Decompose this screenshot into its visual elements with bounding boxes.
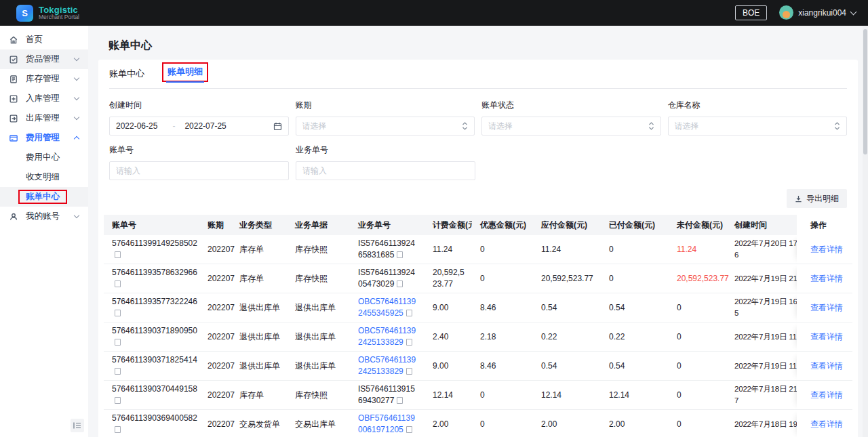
bill-status-select[interactable]: 请选择 (481, 117, 661, 136)
bill-no-value: 5764611399149258502 (112, 238, 197, 248)
bill-no-placeholder: 请输入 (116, 165, 282, 177)
col-biz-doc: 业务单据 (287, 215, 350, 235)
cell-biz-no: OBC5764611392425133829 (350, 352, 425, 381)
cell-biz-doc: 退供出库单 (287, 352, 350, 381)
bills-table: 账单号 账期 业务类型 业务单据 业务单号 计费金额(元) 优惠金额(元) 应付… (104, 215, 852, 437)
sidebar-item-2[interactable]: 库存管理 (0, 69, 88, 89)
sidebar-item-6[interactable]: 费用中心 (0, 148, 88, 167)
fee-icon (9, 133, 18, 143)
cell-biz-doc: 库存快照 (287, 235, 350, 264)
copy-icon[interactable] (115, 251, 121, 258)
sidebar-item-7[interactable]: 收支明细 (0, 167, 88, 187)
cell-period: 202207 (199, 410, 231, 437)
annotation-red-box: 账单中心 (18, 190, 67, 204)
cell-paid: 12.14 (601, 381, 669, 410)
cell-created: 2022年7月18日 21:32 7 (726, 381, 797, 410)
cell-biz-type: 退供出库单 (231, 322, 287, 352)
cell-bill-no: 5764611390370449158 (104, 381, 199, 410)
sidebar-item-3[interactable]: 入库管理 (0, 89, 88, 108)
goods-icon (9, 55, 18, 64)
filter-label-create-time: 创建时间 (109, 100, 289, 111)
cell-created: 2022年7月19日 11:05 (726, 352, 797, 381)
billing-period-select[interactable]: 请选择 (296, 117, 475, 136)
chevron-down-icon (74, 213, 79, 218)
table-toolbar: 导出明细 (109, 189, 847, 208)
view-detail-link[interactable]: 查看详情 (810, 332, 843, 341)
cell-created: 2022年7月18日 19:49 (726, 410, 797, 437)
copy-icon[interactable] (115, 426, 121, 433)
tab-bill-detail[interactable]: 账单明细 (162, 62, 208, 88)
brand-subtitle: Merchant Portal (39, 14, 79, 20)
sidebar-item-8[interactable]: 账单中心 (0, 187, 88, 207)
copy-icon[interactable] (115, 368, 121, 375)
filter-label-business-no: 业务单号 (296, 144, 475, 156)
view-detail-link[interactable]: 查看详情 (810, 245, 843, 254)
cell-unpaid: 0 (669, 293, 726, 322)
copy-icon[interactable] (406, 339, 412, 346)
view-detail-link[interactable]: 查看详情 (810, 361, 843, 371)
cell-discount: 0 (472, 235, 533, 264)
cell-payable: 0.22 (533, 322, 601, 352)
bill-no-input[interactable]: 请输入 (109, 161, 289, 180)
sidebar-item-4[interactable]: 出库管理 (0, 108, 88, 128)
copy-icon[interactable] (397, 397, 403, 404)
export-detail-button[interactable]: 导出明细 (787, 189, 847, 208)
date-range-separator: - (172, 121, 175, 131)
cell-discount: 8.46 (472, 352, 533, 381)
business-no-input[interactable]: 请输入 (296, 161, 475, 180)
view-detail-link[interactable]: 查看详情 (810, 274, 843, 283)
sidebar-item-label: 货品管理 (26, 54, 75, 65)
tabbar: 账单中心 账单明细 (109, 60, 847, 89)
filter-label-billing-period: 账期 (296, 100, 475, 111)
sidebar-item-5[interactable]: 费用管理 (0, 128, 88, 148)
scrollbar-thumb[interactable] (863, 29, 867, 154)
copy-icon[interactable] (406, 368, 412, 375)
billing-period-placeholder: 请选择 (302, 121, 462, 132)
copy-icon[interactable] (115, 339, 121, 346)
sidebar: 首页货品管理库存管理入库管理出库管理费用管理费用中心收支明细账单中心我的账号 (0, 26, 88, 437)
cell-period: 202207 (199, 293, 231, 322)
collapse-icon (73, 421, 81, 430)
cell-payable: 12.14 (533, 381, 601, 410)
cell-action: 查看详情 (797, 293, 852, 322)
cell-payable: 2.00 (533, 410, 601, 437)
copy-icon[interactable] (406, 310, 412, 316)
sidebar-item-1[interactable]: 货品管理 (0, 49, 88, 69)
cell-bill-no: 5764611393578632966 (104, 264, 199, 293)
view-detail-link[interactable]: 查看详情 (810, 419, 843, 429)
date-end-value: 2022-07-25 (184, 121, 226, 131)
download-icon (795, 195, 802, 203)
copy-icon[interactable] (406, 426, 412, 433)
sidebar-item-9[interactable]: 我的账号 (0, 207, 88, 226)
cell-biz-type: 退供出库单 (231, 352, 287, 381)
table-body: 5764611399149258502202207库存单库存快照IS576461… (104, 235, 852, 437)
user-menu[interactable]: xiangrikui004 (779, 5, 856, 20)
col-unpaid: 未付金额(元) (669, 215, 726, 235)
chevron-down-icon (74, 115, 79, 120)
view-detail-link[interactable]: 查看详情 (810, 303, 843, 312)
copy-icon[interactable] (115, 310, 121, 316)
tab-bill-detail-label: 账单明细 (162, 62, 208, 82)
sidebar-item-label: 库存管理 (26, 73, 75, 85)
sidebar-item-label: 出库管理 (26, 112, 75, 124)
sidebar-collapse-button[interactable] (71, 419, 84, 432)
copy-icon[interactable] (115, 280, 121, 287)
cell-billed: 20,592,523.77 (425, 264, 472, 293)
date-range-picker[interactable]: 2022-06-25 - 2022-07-25 (109, 117, 289, 136)
col-paid: 已付金额(元) (601, 215, 669, 235)
main-content: 账单中心 账单中心 账单明细 创建时间 2022-06-25 - 2 (88, 26, 868, 437)
cell-payable: 0.54 (533, 352, 601, 381)
copy-icon[interactable] (115, 397, 121, 404)
topbar: S Tokgistic Merchant Portal BOE xiangrik… (0, 0, 868, 26)
view-detail-link[interactable]: 查看详情 (810, 390, 843, 400)
tab-bill-center[interactable]: 账单中心 (109, 68, 144, 88)
vertical-scrollbar[interactable] (863, 26, 868, 437)
env-badge-button[interactable]: BOE (735, 5, 767, 20)
copy-icon[interactable] (397, 251, 403, 258)
warehouse-placeholder: 请选择 (675, 121, 835, 132)
sidebar-item-0[interactable]: 首页 (0, 30, 88, 49)
sidebar-item-label: 收支明细 (26, 171, 81, 183)
copy-icon[interactable] (397, 280, 403, 287)
cell-period: 202207 (199, 352, 231, 381)
warehouse-select[interactable]: 请选择 (668, 117, 848, 136)
